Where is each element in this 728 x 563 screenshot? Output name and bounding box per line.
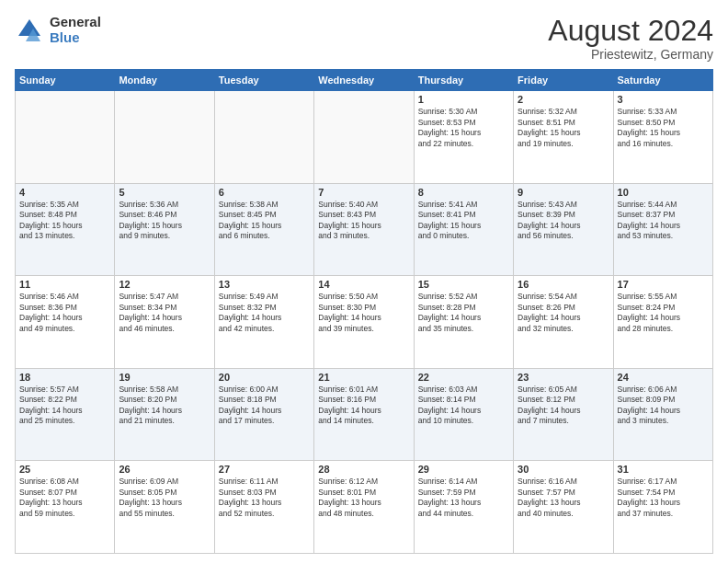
calendar-cell: 14Sunrise: 5:50 AM Sunset: 8:30 PM Dayli… <box>314 276 414 369</box>
day-info: Sunrise: 6:09 AM Sunset: 8:05 PM Dayligh… <box>119 477 210 519</box>
day-number: 9 <box>518 187 609 198</box>
day-number: 27 <box>219 464 310 475</box>
day-info: Sunrise: 5:44 AM Sunset: 8:37 PM Dayligh… <box>618 200 709 242</box>
calendar-cell: 29Sunrise: 6:14 AM Sunset: 7:59 PM Dayli… <box>414 461 513 554</box>
calendar-cell: 11Sunrise: 5:46 AM Sunset: 8:36 PM Dayli… <box>16 276 115 369</box>
svg-marker-0 <box>18 19 40 36</box>
day-info: Sunrise: 6:17 AM Sunset: 7:54 PM Dayligh… <box>618 477 709 519</box>
calendar-week-1: 1Sunrise: 5:30 AM Sunset: 8:53 PM Daylig… <box>16 91 713 184</box>
title-section: August 2024 Priestewitz, Germany <box>548 15 713 62</box>
day-info: Sunrise: 5:30 AM Sunset: 8:53 PM Dayligh… <box>418 107 509 149</box>
day-info: Sunrise: 5:38 AM Sunset: 8:45 PM Dayligh… <box>219 200 310 242</box>
day-info: Sunrise: 6:00 AM Sunset: 8:18 PM Dayligh… <box>219 385 310 427</box>
calendar-cell: 24Sunrise: 6:06 AM Sunset: 8:09 PM Dayli… <box>613 368 712 461</box>
calendar-week-3: 11Sunrise: 5:46 AM Sunset: 8:36 PM Dayli… <box>16 276 713 369</box>
calendar-week-4: 18Sunrise: 5:57 AM Sunset: 8:22 PM Dayli… <box>16 368 713 461</box>
day-number: 24 <box>618 372 709 383</box>
day-number: 8 <box>418 187 509 198</box>
calendar-cell: 8Sunrise: 5:41 AM Sunset: 8:41 PM Daylig… <box>414 183 513 276</box>
day-number: 2 <box>518 94 609 105</box>
day-info: Sunrise: 5:49 AM Sunset: 8:32 PM Dayligh… <box>219 292 310 334</box>
day-info: Sunrise: 5:40 AM Sunset: 8:43 PM Dayligh… <box>318 200 409 242</box>
day-number: 10 <box>618 187 709 198</box>
calendar-cell: 31Sunrise: 6:17 AM Sunset: 7:54 PM Dayli… <box>613 461 712 554</box>
day-number: 15 <box>418 279 509 290</box>
day-info: Sunrise: 5:47 AM Sunset: 8:34 PM Dayligh… <box>119 292 210 334</box>
day-number: 5 <box>119 187 210 198</box>
day-number: 1 <box>418 94 509 105</box>
day-number: 14 <box>318 279 409 290</box>
page: General Blue August 2024 Priestewitz, Ge… <box>0 0 728 563</box>
day-number: 26 <box>119 464 210 475</box>
day-info: Sunrise: 6:08 AM Sunset: 8:07 PM Dayligh… <box>19 477 110 519</box>
day-number: 30 <box>518 464 609 475</box>
day-info: Sunrise: 5:41 AM Sunset: 8:41 PM Dayligh… <box>418 200 509 242</box>
day-number: 28 <box>318 464 409 475</box>
day-info: Sunrise: 6:11 AM Sunset: 8:03 PM Dayligh… <box>219 477 310 519</box>
day-info: Sunrise: 6:01 AM Sunset: 8:16 PM Dayligh… <box>318 385 409 427</box>
calendar-cell: 15Sunrise: 5:52 AM Sunset: 8:28 PM Dayli… <box>414 276 513 369</box>
calendar-cell: 19Sunrise: 5:58 AM Sunset: 8:20 PM Dayli… <box>115 368 214 461</box>
calendar-header-row: Sunday Monday Tuesday Wednesday Thursday… <box>16 70 713 91</box>
day-info: Sunrise: 5:32 AM Sunset: 8:51 PM Dayligh… <box>518 107 609 149</box>
calendar-cell: 23Sunrise: 6:05 AM Sunset: 8:12 PM Dayli… <box>514 368 613 461</box>
calendar-cell: 17Sunrise: 5:55 AM Sunset: 8:24 PM Dayli… <box>613 276 712 369</box>
day-number: 12 <box>119 279 210 290</box>
day-info: Sunrise: 5:35 AM Sunset: 8:48 PM Dayligh… <box>19 200 110 242</box>
day-number: 4 <box>19 187 110 198</box>
calendar-cell <box>214 91 313 184</box>
logo-blue: Blue <box>50 30 101 46</box>
calendar-week-2: 4Sunrise: 5:35 AM Sunset: 8:48 PM Daylig… <box>16 183 713 276</box>
calendar-cell: 22Sunrise: 6:03 AM Sunset: 8:14 PM Dayli… <box>414 368 513 461</box>
day-info: Sunrise: 6:16 AM Sunset: 7:57 PM Dayligh… <box>518 477 609 519</box>
calendar-cell: 1Sunrise: 5:30 AM Sunset: 8:53 PM Daylig… <box>414 91 513 184</box>
day-info: Sunrise: 5:58 AM Sunset: 8:20 PM Dayligh… <box>119 385 210 427</box>
logo-text: General Blue <box>50 15 101 45</box>
calendar-week-5: 25Sunrise: 6:08 AM Sunset: 8:07 PM Dayli… <box>16 461 713 554</box>
day-number: 7 <box>318 187 409 198</box>
calendar-cell: 2Sunrise: 5:32 AM Sunset: 8:51 PM Daylig… <box>514 91 613 184</box>
day-number: 11 <box>19 279 110 290</box>
calendar-cell <box>314 91 414 184</box>
day-number: 21 <box>318 372 409 383</box>
header-saturday: Saturday <box>613 70 712 91</box>
calendar-cell: 3Sunrise: 5:33 AM Sunset: 8:50 PM Daylig… <box>613 91 712 184</box>
month-year-title: August 2024 <box>548 15 713 47</box>
day-number: 25 <box>19 464 110 475</box>
day-info: Sunrise: 5:52 AM Sunset: 8:28 PM Dayligh… <box>418 292 509 334</box>
calendar-cell <box>115 91 214 184</box>
calendar-cell: 18Sunrise: 5:57 AM Sunset: 8:22 PM Dayli… <box>16 368 115 461</box>
logo-general: General <box>50 15 101 30</box>
day-info: Sunrise: 5:36 AM Sunset: 8:46 PM Dayligh… <box>119 200 210 242</box>
calendar-cell: 9Sunrise: 5:43 AM Sunset: 8:39 PM Daylig… <box>514 183 613 276</box>
calendar-cell: 12Sunrise: 5:47 AM Sunset: 8:34 PM Dayli… <box>115 276 214 369</box>
calendar-cell: 4Sunrise: 5:35 AM Sunset: 8:48 PM Daylig… <box>16 183 115 276</box>
day-info: Sunrise: 5:55 AM Sunset: 8:24 PM Dayligh… <box>618 292 709 334</box>
header-sunday: Sunday <box>16 70 115 91</box>
calendar-cell: 27Sunrise: 6:11 AM Sunset: 8:03 PM Dayli… <box>214 461 313 554</box>
logo-icon <box>15 16 44 45</box>
calendar-cell: 16Sunrise: 5:54 AM Sunset: 8:26 PM Dayli… <box>514 276 613 369</box>
day-info: Sunrise: 6:14 AM Sunset: 7:59 PM Dayligh… <box>418 477 509 519</box>
day-info: Sunrise: 5:50 AM Sunset: 8:30 PM Dayligh… <box>318 292 409 334</box>
day-number: 31 <box>618 464 709 475</box>
calendar-cell: 25Sunrise: 6:08 AM Sunset: 8:07 PM Dayli… <box>16 461 115 554</box>
day-info: Sunrise: 6:05 AM Sunset: 8:12 PM Dayligh… <box>518 385 609 427</box>
day-number: 19 <box>119 372 210 383</box>
calendar-cell: 10Sunrise: 5:44 AM Sunset: 8:37 PM Dayli… <box>613 183 712 276</box>
calendar-cell: 30Sunrise: 6:16 AM Sunset: 7:57 PM Dayli… <box>514 461 613 554</box>
header-thursday: Thursday <box>414 70 513 91</box>
calendar-cell: 28Sunrise: 6:12 AM Sunset: 8:01 PM Dayli… <box>314 461 414 554</box>
day-info: Sunrise: 6:06 AM Sunset: 8:09 PM Dayligh… <box>618 385 709 427</box>
calendar-cell: 20Sunrise: 6:00 AM Sunset: 8:18 PM Dayli… <box>214 368 313 461</box>
day-info: Sunrise: 6:12 AM Sunset: 8:01 PM Dayligh… <box>318 477 409 519</box>
header-wednesday: Wednesday <box>314 70 414 91</box>
calendar-cell <box>16 91 115 184</box>
day-number: 20 <box>219 372 310 383</box>
calendar-table: Sunday Monday Tuesday Wednesday Thursday… <box>15 69 713 554</box>
day-number: 23 <box>518 372 609 383</box>
day-number: 16 <box>518 279 609 290</box>
header-friday: Friday <box>514 70 613 91</box>
day-info: Sunrise: 6:03 AM Sunset: 8:14 PM Dayligh… <box>418 385 509 427</box>
header-tuesday: Tuesday <box>214 70 313 91</box>
